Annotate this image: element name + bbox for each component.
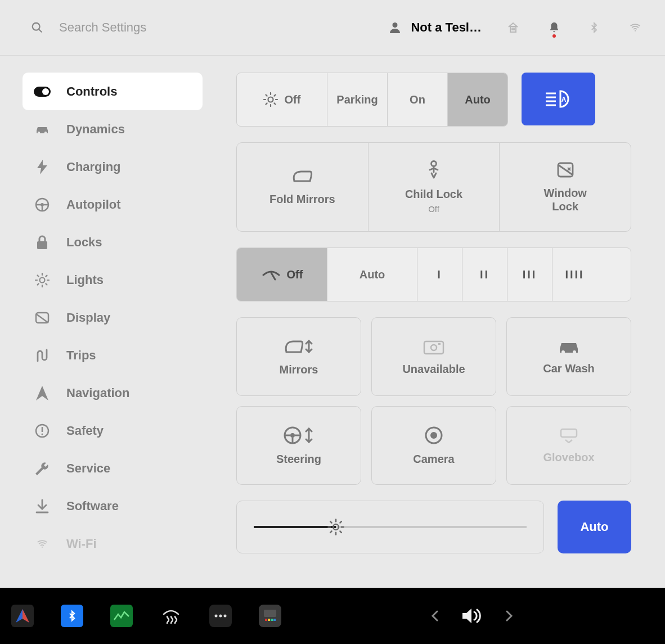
sidebar-item-lights[interactable]: Lights [23,261,203,299]
dock-nav-button[interactable] [11,605,34,627]
svg-rect-83 [273,619,276,621]
svg-rect-16 [37,241,47,249]
svg-rect-82 [271,619,273,621]
search [31,20,388,35]
wipers-speed-3[interactable]: III [507,248,552,301]
prev-track-button[interactable] [431,610,439,622]
svg-line-41 [266,103,267,104]
slider-track [254,526,527,528]
steering-button[interactable]: Steering [236,406,361,485]
wipers-off[interactable]: Off [237,248,327,301]
camera-unavailable-icon [423,338,445,355]
svg-point-77 [219,615,222,618]
bolt-icon [34,160,51,174]
sidebar-item-trips[interactable]: Trips [23,336,203,374]
sidebar-item-label: Trips [66,348,96,363]
glovebox-button[interactable]: Glovebox [506,406,631,485]
svg-point-9 [38,131,40,133]
wipers-speed-4[interactable]: IIII [552,248,597,301]
display-icon [34,312,51,324]
svg-rect-80 [265,619,267,621]
svg-point-6 [635,30,636,31]
sidebar-item-software[interactable]: Software [23,487,203,525]
headlights-auto[interactable]: Auto [447,73,507,126]
dashcam-button[interactable]: Unavailable [371,317,496,396]
sidebar-item-label: Safety [66,424,104,438]
sidebar-item-label: Software [66,499,119,514]
sidebar-item-autopilot[interactable]: Autopilot [23,186,203,223]
notifications-icon[interactable] [548,21,560,34]
headlights-on[interactable]: On [387,73,447,126]
bluetooth-icon[interactable] [588,20,600,35]
child-icon [426,160,442,179]
sidebar-item-charging[interactable]: Charging [23,148,203,186]
svg-point-67 [333,524,339,530]
steering-wheel-icon [34,197,51,212]
sun-icon [34,273,51,287]
wipers-speed-2[interactable]: II [462,248,507,301]
fold-mirrors-button[interactable]: Fold Mirrors [237,143,368,231]
camera-button[interactable]: Camera [371,406,496,485]
controls-grid: Mirrors Unavailable Car Wash Steering [236,317,631,485]
svg-rect-66 [561,429,577,437]
route-icon [34,348,51,363]
sidebar-item-label: Lights [66,273,104,287]
profile-button[interactable]: Not a Tesl… [388,20,482,35]
dock-bluetooth-button[interactable] [61,605,83,627]
dock-defrost-button[interactable] [160,605,182,627]
sidebar-item-display[interactable]: Display [23,299,203,336]
wifi-icon[interactable] [628,22,642,33]
child-lock-button[interactable]: Child Lock Off [368,143,500,231]
next-track-button[interactable] [505,610,513,622]
headlights-segment: Off Parking On Auto [236,73,508,127]
svg-line-51 [271,273,275,280]
wipers-speed-1[interactable]: I [417,248,462,301]
headlights-parking[interactable]: Parking [327,73,387,126]
sidebar-item-navigation[interactable]: Navigation [23,374,203,412]
dock [0,588,665,644]
sidebar-item-safety[interactable]: Safety [23,412,203,449]
homelink-icon[interactable] [506,21,520,34]
car-wash-button[interactable]: Car Wash [506,317,631,396]
headlights-off[interactable]: Off [237,73,327,126]
wipers-segment: Off Auto I II III IIII [236,247,631,301]
sidebar-item-dynamics[interactable]: Dynamics [23,110,203,148]
svg-point-17 [40,277,45,282]
dock-music-button[interactable] [259,605,281,627]
glovebox-icon [559,427,579,443]
svg-point-59 [290,433,295,438]
sidebar-item-service[interactable]: Service [23,449,203,487]
sidebar-item-label: Autopilot [66,197,121,212]
sidebar-item-controls[interactable]: Controls [23,73,203,110]
svg-line-25 [46,275,47,276]
svg-point-54 [431,345,437,350]
person-icon [388,21,402,34]
mirror-adjust-icon [283,337,314,355]
sidebar-item-wifi[interactable]: Wi-Fi [23,525,203,562]
wipers-auto[interactable]: Auto [327,248,417,301]
brightness-auto-button[interactable]: Auto [558,501,631,553]
window-lock-button[interactable]: Window Lock [499,143,631,231]
auto-high-beam-button[interactable]: A [522,73,595,125]
notification-dot [552,34,556,38]
brightness-slider[interactable] [236,501,544,553]
svg-point-76 [215,615,218,618]
dock-energy-button[interactable] [110,605,133,627]
svg-point-2 [393,22,398,28]
car-icon [34,124,51,134]
svg-line-22 [38,275,39,276]
svg-line-23 [46,283,47,285]
car-icon [556,339,581,354]
svg-rect-55 [438,343,441,345]
dock-apps-button[interactable] [209,605,232,627]
mirror-icon [291,169,313,184]
svg-point-33 [42,546,43,547]
svg-point-8 [42,88,49,95]
svg-point-65 [430,432,437,439]
svg-line-40 [274,103,275,104]
mirrors-button[interactable]: Mirrors [236,317,361,396]
sidebar-item-label: Dynamics [66,122,125,137]
search-input[interactable] [59,20,205,35]
volume-button[interactable] [461,607,483,624]
sidebar-item-locks[interactable]: Locks [23,223,203,261]
